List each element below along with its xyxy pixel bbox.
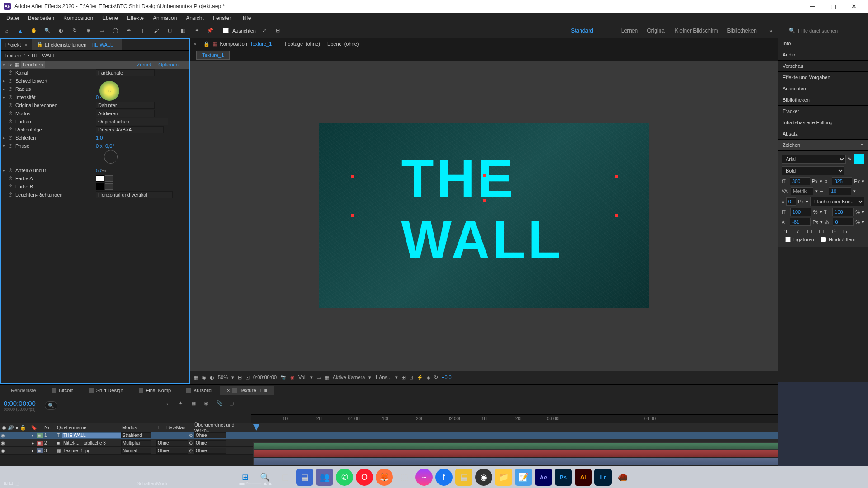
start-button[interactable]: ⊞ — [236, 469, 254, 486]
app-teams[interactable]: 👥 — [316, 469, 333, 486]
view-icon[interactable]: ⊞ — [401, 375, 406, 380]
expand-icon[interactable]: ▸ — [3, 168, 8, 173]
fx-reset-link[interactable]: Zurück — [137, 62, 152, 67]
trkmat-dropdown[interactable]: Ohne — [156, 440, 188, 446]
menu-datei[interactable]: Datei — [2, 14, 24, 23]
panel-zeichen-header[interactable]: Zeichen≡ — [778, 140, 868, 151]
workspace-standard[interactable]: Standard — [571, 28, 593, 34]
panel-ausrichten[interactable]: Ausrichten — [778, 83, 868, 94]
rect-tool[interactable]: ▭ — [97, 26, 107, 36]
menu-hilfe[interactable]: Hilfe — [236, 14, 255, 23]
chevron-down-icon[interactable]: ▾ — [231, 375, 234, 380]
exposure-value[interactable]: +0,0 — [442, 375, 452, 380]
tab-projekt[interactable]: Projekt× — [1, 40, 32, 50]
stopwatch-icon[interactable]: ⏱ — [8, 70, 14, 75]
font-size-input[interactable]: 300 — [790, 177, 810, 185]
app-generic2[interactable]: 🌰 — [614, 469, 632, 486]
clone-tool[interactable]: ⊡ — [165, 26, 175, 36]
tracking-input[interactable]: 10 — [829, 187, 851, 195]
font-family-dropdown[interactable]: Arial — [782, 155, 846, 164]
maximize-button[interactable]: ▢ — [823, 0, 844, 13]
app-lightroom[interactable]: Lr — [594, 469, 612, 486]
panel-audio[interactable]: Audio — [778, 49, 868, 61]
tsume-input[interactable]: 0 — [833, 218, 854, 226]
grid-tool[interactable]: ⊞ — [273, 26, 283, 36]
blend-mode-dropdown[interactable]: Strahlend — [121, 432, 151, 438]
color-icon[interactable]: ◉ — [290, 375, 295, 380]
layer-bar[interactable] — [253, 450, 863, 457]
3d-icon[interactable]: ◈ — [427, 375, 430, 380]
search-button[interactable]: 🔍 — [256, 469, 274, 486]
modus-dropdown[interactable]: Addieren — [96, 110, 155, 117]
expand-icon[interactable]: ▸ — [3, 79, 8, 83]
stopwatch-icon[interactable]: ⏱ — [8, 86, 14, 92]
res-icon[interactable]: ⊞ — [238, 375, 242, 380]
layer-bar[interactable] — [253, 458, 863, 465]
camera-dropdown[interactable]: Aktive Kamera — [333, 375, 365, 380]
workspace-kleiner[interactable]: Kleiner Bildschirm — [675, 28, 718, 34]
draft3d-icon[interactable]: ✦ — [179, 400, 189, 410]
trkmat-dropdown[interactable]: Ohne — [156, 448, 188, 454]
menu-fenster[interactable]: Fenster — [208, 14, 236, 23]
workspace-menu-icon[interactable]: ≡ — [602, 26, 612, 36]
ausrichten-checkbox[interactable] — [223, 28, 229, 33]
tab-kursbild[interactable]: Kursbild — [179, 386, 219, 395]
selection-handle[interactable] — [351, 175, 354, 178]
menu-ebene[interactable]: Ebene — [98, 14, 123, 23]
kerning-input[interactable]: Metrik — [791, 187, 813, 195]
menu-animation[interactable]: Animation — [148, 14, 181, 23]
app-firefox[interactable]: 🦊 — [376, 469, 393, 486]
collapse-icon[interactable]: ▾ — [3, 62, 8, 67]
stopwatch-icon[interactable]: ⏱ — [8, 143, 14, 149]
eraser-tool[interactable]: ◧ — [178, 26, 188, 36]
minimize-button[interactable]: ─ — [802, 0, 823, 13]
hscale-input[interactable]: 100 — [832, 208, 854, 216]
hand-tool[interactable]: ✋ — [29, 26, 39, 36]
panel-effekte[interactable]: Effekte und Vorgaben — [778, 72, 868, 83]
time-display[interactable]: 0:00:00:00 — [253, 375, 277, 380]
app-files[interactable]: 📁 — [495, 469, 512, 486]
stroke-input[interactable]: 0 — [786, 197, 796, 206]
kanal-dropdown[interactable]: Farbkanäle — [96, 69, 155, 76]
expand-icon[interactable]: ▸ — [3, 136, 8, 140]
collapse-icon[interactable]: ▾ — [3, 144, 8, 148]
fx-effect-header[interactable]: ▾ fx ▦ Leuchten Zurück Optionen... — [1, 61, 189, 69]
layer-row[interactable]: ◉ ▸■ 1 T THE WALL Strahlend ⊙ Ohne — [0, 432, 868, 439]
motionblur-icon[interactable]: ◉ — [204, 400, 214, 410]
fx-toggle-icon[interactable]: fx — [8, 62, 14, 67]
pixel-icon[interactable]: ⊡ — [409, 375, 413, 380]
fx-mask-icon[interactable]: ▦ — [14, 62, 21, 68]
parent-dropdown[interactable]: Ohne — [194, 448, 226, 454]
panel-menu-icon[interactable]: ≡ — [861, 142, 863, 148]
menu-komposition[interactable]: Komposition — [59, 14, 98, 23]
menu-effekte[interactable]: Effekte — [123, 14, 148, 23]
app-generic[interactable]: ⬚ — [396, 469, 413, 486]
schleifen-value[interactable]: 1,0 — [96, 135, 103, 141]
tab-komposition[interactable]: 🔒▦KompositionTexture_1≡ — [203, 41, 277, 47]
app-whatsapp[interactable]: ✆ — [336, 469, 353, 486]
richtungen-dropdown[interactable]: Horizontal und vertikal — [96, 191, 173, 198]
expand-icon[interactable]: ▸ — [3, 87, 8, 91]
phase-value[interactable]: 0 x+0,0° — [96, 143, 114, 149]
snapshot-icon[interactable]: 📷 — [280, 375, 287, 380]
app-notes[interactable]: ▤ — [455, 469, 472, 486]
blend-mode-dropdown[interactable]: Multiplizi — [121, 440, 151, 446]
ellipse-tool[interactable]: ◯ — [110, 26, 120, 36]
zoom-tool[interactable]: 🔍 — [42, 26, 52, 36]
close-button[interactable]: ✕ — [844, 0, 864, 13]
tab-footage[interactable]: Footage(ohne) — [285, 41, 320, 47]
stopwatch-icon[interactable]: ⏱ — [8, 111, 14, 116]
hindi-checkbox[interactable] — [821, 237, 826, 242]
tab-texture1[interactable]: ×Texture_1≡ — [220, 386, 274, 395]
leading-input[interactable]: 325 — [832, 177, 852, 185]
workspace-original[interactable]: Original — [647, 28, 665, 34]
type-tool[interactable]: T — [137, 26, 147, 36]
eyedropper-icon[interactable] — [105, 175, 113, 182]
current-timecode[interactable]: 0:00:00:00 — [4, 399, 36, 407]
zoom-dropdown[interactable]: 50% — [218, 375, 228, 380]
menu-ansicht[interactable]: Ansicht — [181, 14, 208, 23]
comp-flowchart-icon[interactable]: ⬨ — [166, 400, 176, 410]
roi-icon[interactable]: ▭ — [316, 375, 321, 380]
canvas[interactable]: THE WALL — [319, 123, 649, 308]
anchor-point[interactable] — [483, 199, 486, 202]
